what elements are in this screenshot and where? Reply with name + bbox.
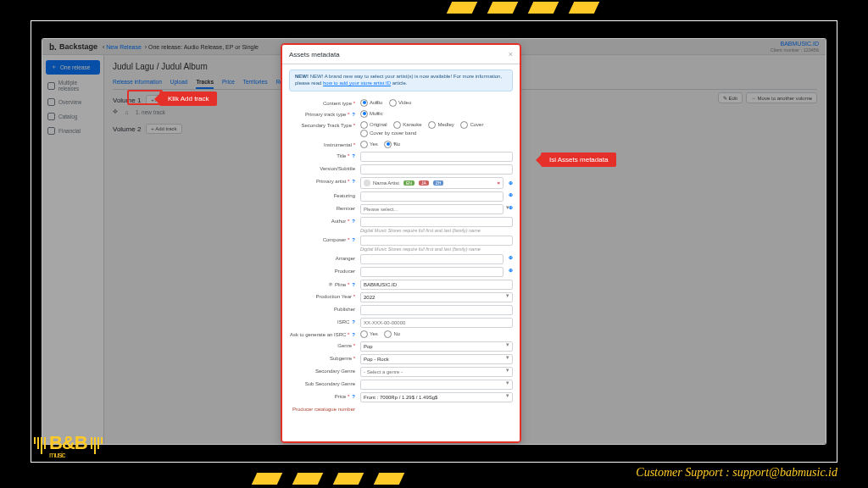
info-link[interactable]: how to add your store artist ID — [323, 80, 391, 86]
radio-cover-band[interactable]: Cover by cover band — [360, 130, 416, 137]
radio-audio[interactable]: Audio — [360, 99, 382, 107]
close-icon[interactable]: × — [509, 50, 513, 58]
add-artist-icon[interactable]: ⊕ — [509, 180, 513, 186]
help-icon[interactable]: ? — [352, 153, 355, 158]
assets-metadata-modal: Assets metadata × NEW! NEW! A brand new … — [281, 44, 520, 442]
prod-year-select[interactable] — [360, 292, 513, 302]
radio-cover[interactable]: Cover — [460, 121, 483, 129]
radio-gen-isrc-yes[interactable]: Yes — [360, 330, 378, 338]
help-icon[interactable]: ? — [352, 237, 355, 242]
sub-secondary-genre-select[interactable] — [360, 380, 513, 390]
help-icon[interactable]: ? — [352, 219, 355, 224]
subgenre-select[interactable] — [360, 354, 513, 364]
hazard-bottom — [252, 473, 405, 485]
featuring-input[interactable] — [360, 191, 504, 202]
callout-add-track: Klik Add track — [159, 92, 217, 106]
composer-input[interactable] — [360, 236, 513, 246]
add-icon[interactable]: ⊕ — [509, 267, 513, 277]
genre-select[interactable] — [360, 341, 513, 352]
artist-chip[interactable]: Nama Artist ENJAZH × — [360, 177, 504, 189]
support-text: Customer Support : support@babmusic.id — [636, 466, 837, 480]
isrc-input[interactable] — [360, 318, 513, 328]
info-banner: NEW! NEW! A brand new way to select your… — [289, 69, 513, 92]
radio-inst-no[interactable]: No — [384, 141, 400, 148]
help-icon[interactable]: ? — [352, 319, 355, 324]
modal-title: Assets metadata — [289, 51, 340, 58]
metadata-form: Content type * Audio Video Primary track… — [282, 97, 520, 441]
add-icon[interactable]: ⊕ — [509, 254, 513, 264]
producer-input[interactable] — [360, 267, 504, 277]
help-icon[interactable]: ? — [352, 179, 355, 184]
radio-medley[interactable]: Medley — [428, 121, 453, 129]
help-icon[interactable]: ? — [352, 332, 355, 337]
bab-music-logo: B&Bmusic — [34, 432, 103, 459]
help-icon[interactable]: ? — [352, 394, 355, 399]
radio-original[interactable]: Original — [360, 121, 387, 129]
author-input[interactable] — [360, 217, 513, 227]
add-icon[interactable]: ⊕ — [509, 204, 513, 214]
pline-input[interactable] — [360, 280, 513, 290]
remove-artist-icon[interactable]: × — [497, 180, 500, 186]
radio-music[interactable]: Music — [360, 110, 383, 118]
version-input[interactable] — [360, 164, 513, 175]
help-icon[interactable]: ? — [352, 282, 355, 287]
publisher-input[interactable] — [360, 305, 513, 315]
help-icon[interactable]: ? — [352, 112, 355, 117]
arranger-input[interactable] — [360, 254, 504, 264]
hazard-top — [447, 2, 600, 14]
avatar-icon — [364, 180, 370, 186]
add-icon[interactable]: ⊕ — [509, 191, 513, 202]
radio-gen-isrc-no[interactable]: No — [384, 330, 400, 338]
radio-video[interactable]: Video — [389, 99, 411, 107]
price-select[interactable] — [360, 392, 513, 402]
title-input[interactable] — [360, 152, 513, 162]
radio-karaoke[interactable]: Karaoke — [393, 121, 421, 129]
callout-metadata: Isi Assets metadata — [541, 152, 616, 167]
secondary-genre-select[interactable] — [360, 367, 513, 377]
radio-inst-yes[interactable]: Yes — [360, 141, 378, 148]
remixer-select[interactable] — [360, 204, 504, 214]
